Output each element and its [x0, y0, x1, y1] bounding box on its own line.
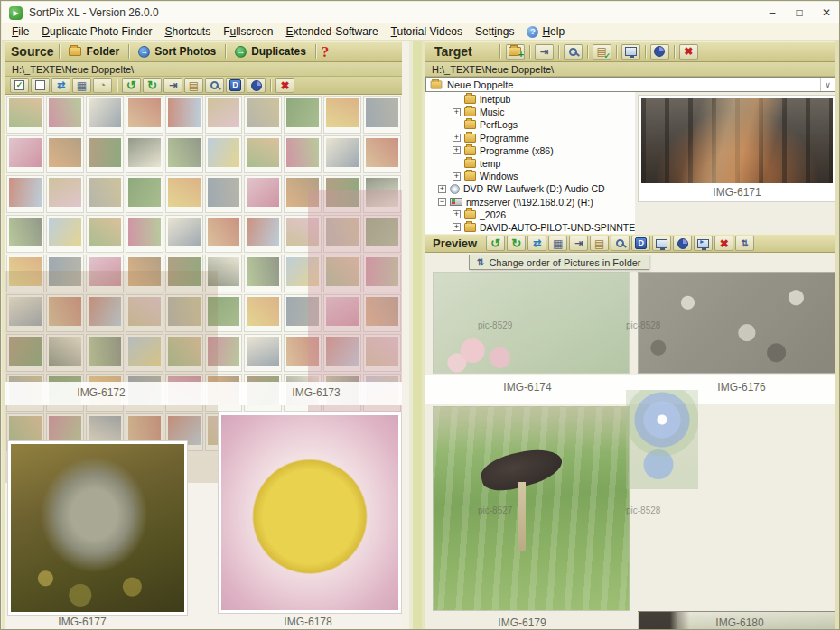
- expand-icon[interactable]: +: [453, 146, 461, 154]
- d-badge-button[interactable]: D: [631, 236, 650, 251]
- thumbnail[interactable]: [244, 215, 282, 253]
- thumbnail[interactable]: [244, 294, 282, 332]
- thumbnail[interactable]: [86, 255, 124, 292]
- search-button[interactable]: [611, 236, 630, 251]
- thumbnail[interactable]: [6, 215, 44, 253]
- tree-item-david-auto-pilot-und-spinntexte[interactable]: +DAVID-AUTO-PILOT-UND-SPINNTEXTE: [425, 221, 635, 234]
- thumbnail[interactable]: [86, 334, 124, 372]
- thumbnail[interactable]: [323, 255, 361, 292]
- rename-button[interactable]: ⇥: [163, 78, 182, 93]
- tree-item-music[interactable]: +Music: [425, 106, 635, 118]
- menu-duplicate-photo-finder[interactable]: Duplicate Photo Finder: [35, 25, 158, 38]
- tree-item--2026[interactable]: +_2026: [425, 208, 635, 221]
- thumbnail[interactable]: [165, 334, 203, 372]
- thumbnail[interactable]: [126, 294, 163, 332]
- thumbnail[interactable]: [165, 175, 203, 213]
- menu-tutorial-videos[interactable]: Tutorial Videos: [385, 25, 469, 38]
- thumbnail[interactable]: [46, 334, 84, 372]
- thumbnail[interactable]: [86, 294, 124, 332]
- panel-divider[interactable]: [402, 41, 425, 630]
- exchange-button[interactable]: ⇄: [51, 78, 70, 93]
- maximize-button[interactable]: □: [786, 3, 813, 23]
- preview-image-img-6178[interactable]: [218, 412, 402, 614]
- thumbnail[interactable]: [46, 135, 84, 173]
- thumbnail[interactable]: [205, 175, 243, 213]
- thumbnail[interactable]: [165, 294, 203, 332]
- thumbnail[interactable]: [284, 294, 322, 332]
- thumbnail[interactable]: [323, 175, 361, 213]
- thumbnail[interactable]: [284, 255, 322, 292]
- note-button[interactable]: ▤: [184, 78, 203, 93]
- preview-image-img-6179[interactable]: [433, 406, 630, 611]
- clock-button[interactable]: ◔: [93, 78, 112, 93]
- thumbnail[interactable]: [126, 255, 163, 292]
- chevron-down-icon[interactable]: ∨: [820, 78, 835, 91]
- collapse-icon[interactable]: −: [438, 198, 446, 206]
- thumbnail[interactable]: [6, 334, 44, 372]
- thumbnail[interactable]: [46, 255, 84, 292]
- thumbnail[interactable]: [165, 135, 203, 173]
- thumbnail[interactable]: [165, 96, 203, 134]
- thumbnail[interactable]: [363, 255, 401, 292]
- expand-icon[interactable]: +: [438, 185, 446, 193]
- check-doc-button[interactable]: ▤✓: [593, 44, 611, 60]
- order-button[interactable]: ⇅: [735, 236, 754, 251]
- thumbnail[interactable]: [323, 215, 361, 253]
- menu-fullscreen[interactable]: Fullscreen: [217, 25, 279, 38]
- thumbnail[interactable]: [363, 96, 401, 134]
- tree-item-nmzserver-192-168-0-2-h-[interactable]: −nmzserver (\\192.168.0.2) (H:): [425, 196, 635, 208]
- preview-image-img-6174[interactable]: [433, 272, 630, 374]
- search-button[interactable]: [564, 44, 583, 60]
- rotate-right-button[interactable]: ↻: [143, 78, 162, 93]
- menu-settings[interactable]: Settings: [469, 25, 520, 38]
- thumbnail[interactable]: [46, 96, 84, 134]
- rotate-left-button[interactable]: ↺: [122, 78, 141, 93]
- thumbnail[interactable]: [363, 175, 401, 213]
- thumbnail[interactable]: [6, 96, 44, 134]
- thumbnail[interactable]: [6, 255, 44, 292]
- sort-photos-button[interactable]: →Sort Photos: [135, 44, 219, 59]
- thumbnail[interactable]: [284, 215, 322, 253]
- thumbnail[interactable]: [205, 334, 243, 372]
- note-button[interactable]: ▤: [590, 236, 609, 251]
- thumbnail[interactable]: [126, 135, 163, 173]
- expand-icon[interactable]: +: [453, 108, 461, 116]
- thumbnail[interactable]: [244, 255, 282, 292]
- thumbnail[interactable]: [284, 175, 322, 213]
- delete-button[interactable]: ✖: [714, 236, 733, 251]
- tree-item-perflogs[interactable]: PerfLogs: [425, 118, 635, 131]
- thumbnail[interactable]: [46, 294, 84, 332]
- thumbnail[interactable]: [244, 175, 282, 213]
- menu-shortcuts[interactable]: Shortcuts: [158, 25, 217, 38]
- pie-button[interactable]: [650, 44, 669, 60]
- thumbnail[interactable]: [86, 215, 124, 253]
- thumbnail[interactable]: [86, 96, 124, 134]
- minimize-button[interactable]: –: [759, 3, 786, 23]
- monitor-button[interactable]: [621, 44, 640, 60]
- thumbnail[interactable]: [126, 215, 163, 253]
- menu-file[interactable]: File: [5, 25, 35, 38]
- thumbnail[interactable]: [323, 135, 361, 173]
- expand-icon[interactable]: +: [453, 210, 461, 218]
- expand-icon[interactable]: +: [453, 134, 461, 142]
- thumbnail[interactable]: [363, 135, 401, 173]
- deselect-all-button[interactable]: [31, 78, 50, 93]
- thumbnail[interactable]: [284, 96, 322, 134]
- exchange-button[interactable]: ⇄: [527, 236, 546, 251]
- pie-button[interactable]: [247, 78, 266, 93]
- grid-button[interactable]: ▦: [548, 236, 567, 251]
- thumbnail[interactable]: [205, 255, 243, 292]
- new-folder-button[interactable]: [506, 44, 525, 60]
- thumbnail[interactable]: [126, 334, 163, 372]
- thumbnail[interactable]: [205, 135, 243, 173]
- tree-item-temp[interactable]: temp: [425, 157, 635, 170]
- monitor-button[interactable]: [652, 236, 671, 251]
- thumbnail[interactable]: [323, 294, 361, 332]
- tree-item-windows[interactable]: +Windows: [425, 170, 635, 182]
- rotate-right-button[interactable]: ↻: [507, 236, 526, 251]
- slideshow-button[interactable]: [694, 236, 713, 251]
- thumbnail[interactable]: [244, 334, 282, 372]
- duplicates-button[interactable]: →Duplicates: [231, 44, 310, 59]
- search-button[interactable]: [205, 78, 224, 93]
- menu-help[interactable]: ?Help: [520, 25, 571, 38]
